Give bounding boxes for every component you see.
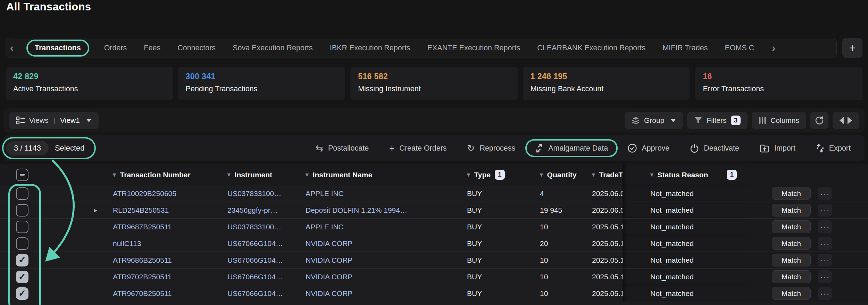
checkbox-cell: ✓ (0, 219, 45, 235)
column-header-instrument[interactable]: ▾Instrument (215, 164, 293, 185)
more-options-button[interactable]: ··· (818, 220, 832, 233)
instrument-link[interactable]: US67066G104… (215, 252, 293, 268)
amalgamate-data-button[interactable]: Amalgamate Data (525, 139, 618, 157)
transactions-table: ▾Transaction Number ▾Instrument ▾Instrum… (0, 164, 868, 305)
instrument-name-link[interactable]: NVIDIA CORP (293, 252, 455, 268)
instrument-name-link[interactable]: APPLE INC (293, 185, 455, 202)
column-header-status-reason[interactable]: ▾Status Reason1 (623, 164, 746, 185)
tab-orders[interactable]: Orders (104, 44, 127, 52)
more-options-button[interactable]: ··· (818, 287, 832, 300)
scroll-left-icon[interactable]: ‹ (9, 43, 14, 53)
type-filter-badge: 1 (495, 170, 505, 180)
filters-button[interactable]: Filters 3 (687, 112, 748, 129)
transaction-number-link[interactable]: ATR10029B250605 (101, 185, 215, 202)
match-button[interactable]: Match (772, 237, 811, 250)
tab-clearbank-execution-reports[interactable]: CLEARBANK Execution Reports (537, 44, 645, 52)
more-options-button[interactable]: ··· (818, 254, 832, 266)
match-button[interactable]: Match (772, 204, 811, 217)
match-button[interactable]: Match (772, 270, 811, 283)
match-button[interactable]: Match (772, 187, 811, 200)
row-checkbox[interactable]: ✓ (16, 271, 28, 283)
transaction-number-link[interactable]: ATR9702B250511 (101, 269, 215, 285)
transaction-number-link[interactable]: ATR9687B250511 (101, 219, 215, 235)
more-options-button[interactable]: ··· (818, 270, 832, 283)
group-button[interactable]: Group (625, 112, 683, 129)
sort-caret-icon[interactable]: ▾ (113, 171, 116, 178)
instrument-link[interactable]: US67066G104… (215, 235, 293, 252)
tab-eoms[interactable]: EOMS C (725, 44, 754, 52)
transaction-number-link[interactable]: RLD254B250531 (101, 202, 215, 218)
instrument-link[interactable]: US037833100… (215, 219, 293, 235)
column-header-instrument-name[interactable]: ▾Instrument Name (293, 164, 455, 185)
deactivate-button[interactable]: Deactivate (688, 143, 741, 153)
tab-mifir-trades[interactable]: MIFIR Trades (662, 44, 708, 52)
column-header-transaction-number[interactable]: ▾Transaction Number (101, 164, 215, 185)
prev-next-pager-button[interactable] (833, 112, 859, 129)
create-orders-button[interactable]: + Create Orders (387, 143, 449, 153)
sort-caret-icon[interactable]: ▾ (540, 171, 543, 178)
row-checkbox[interactable]: ✓ (16, 287, 28, 300)
transaction-number-link[interactable]: ATR9686B250511 (101, 252, 215, 268)
instrument-link[interactable]: US67066G104… (215, 285, 293, 302)
views-dropdown-button[interactable]: Views | View1 (9, 112, 99, 129)
expand-row-icon[interactable]: ▸ (94, 206, 97, 214)
match-button[interactable]: Match (772, 287, 811, 300)
postallocate-button[interactable]: ⇆ Postallocate (314, 143, 371, 153)
sort-caret-icon[interactable]: ▾ (650, 171, 653, 178)
stat-card-pending: 300 341 Pending Transactions (178, 67, 345, 100)
chevron-down-icon (670, 119, 676, 122)
column-header-quantity[interactable]: ▾Quantity (528, 164, 580, 185)
match-button[interactable]: Match (772, 220, 811, 233)
match-button[interactable]: Match (772, 254, 811, 266)
tab-ibkr-execution-reports[interactable]: IBKR Execution Reports (330, 44, 410, 52)
instrument-link[interactable]: US037833100… (215, 185, 293, 202)
tab-sova-execution-reports[interactable]: Sova Execution Reports (233, 44, 313, 52)
table-row: ✓ nullC113 US67066G104… NVIDIA CORP BUY … (0, 235, 868, 252)
instrument-link[interactable]: US67066G104… (215, 269, 293, 285)
column-header-type[interactable]: ▾Type1 (455, 164, 528, 185)
sort-caret-icon[interactable]: ▾ (592, 171, 595, 178)
select-all-checkbox[interactable] (16, 169, 28, 181)
tradetime-cell: 2025.05.11 2 (580, 252, 623, 268)
sort-caret-icon[interactable]: ▾ (467, 171, 470, 178)
approve-button[interactable]: Approve (626, 143, 671, 153)
reprocess-button[interactable]: ↻ Reprocess (465, 143, 518, 153)
row-checkbox[interactable]: ✓ (16, 204, 28, 217)
tab-connectors[interactable]: Connectors (177, 44, 216, 52)
type-cell: BUY (455, 285, 528, 302)
tab-transactions[interactable]: Transactions (26, 40, 89, 57)
approve-label: Approve (642, 144, 669, 153)
stat-card-missing-bank-account: 1 246 195 Missing Bank Account (523, 67, 690, 100)
more-options-button[interactable]: ··· (818, 187, 832, 200)
instrument-name-link[interactable]: APPLE INC (293, 219, 455, 235)
stat-card-active: 42 829 Active Transactions (6, 67, 173, 100)
row-checkbox[interactable]: ✓ (16, 237, 28, 250)
instrument-link[interactable]: 23456ggfy-pr… (215, 202, 293, 218)
tab-fees[interactable]: Fees (144, 44, 160, 52)
tab-exante-execution-reports[interactable]: EXANTE Execution Reports (427, 44, 520, 52)
transaction-number-link[interactable]: nullC113 (101, 235, 215, 252)
instrument-name-link[interactable]: NVIDIA CORP (293, 235, 455, 252)
import-folder-icon (760, 144, 769, 153)
row-checkbox[interactable]: ✓ (16, 187, 28, 200)
scroll-right-icon[interactable]: › (771, 43, 776, 53)
transaction-number-link[interactable]: ATR9670B250511 (101, 285, 215, 302)
add-tab-button[interactable]: + (842, 38, 862, 58)
instrument-name-link[interactable]: Deposit DOLFIN 1.21% 1994… (293, 202, 455, 218)
columns-button[interactable]: Columns (752, 112, 806, 129)
status-reason-cell: Not_matched (623, 285, 746, 302)
refresh-button[interactable] (810, 112, 828, 129)
expand-cell (45, 269, 101, 285)
sort-caret-icon[interactable]: ▾ (227, 171, 231, 178)
sort-caret-icon[interactable]: ▾ (306, 171, 309, 178)
row-checkbox[interactable]: ✓ (16, 221, 28, 233)
row-checkbox[interactable]: ✓ (16, 254, 28, 266)
import-button[interactable]: Import (758, 143, 798, 153)
match-cell: Match (746, 269, 811, 285)
column-header-tradetime[interactable]: ▾TradeTim (580, 164, 623, 185)
export-button[interactable]: Export (814, 143, 853, 153)
instrument-name-link[interactable]: NVIDIA CORP (293, 269, 455, 285)
instrument-name-link[interactable]: NVIDIA CORP (293, 285, 455, 302)
more-options-button[interactable]: ··· (818, 204, 832, 217)
more-options-button[interactable]: ··· (818, 237, 832, 250)
